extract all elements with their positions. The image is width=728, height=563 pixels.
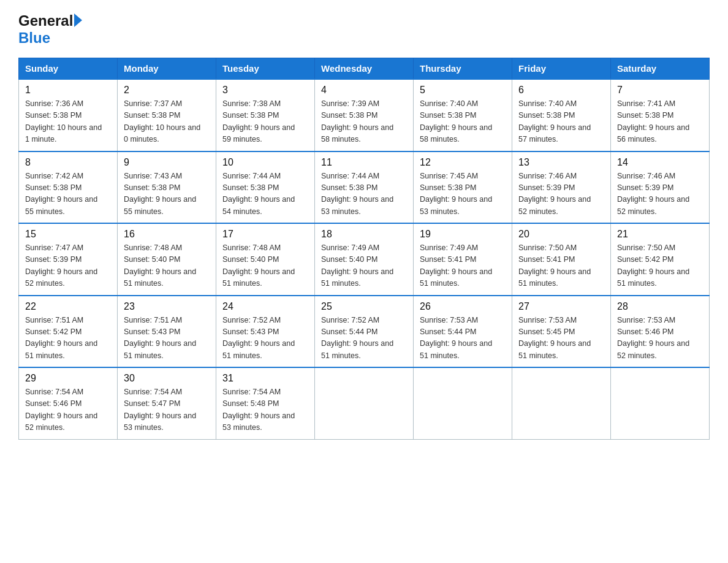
day-info: Sunrise: 7:36 AMSunset: 5:38 PMDaylight:… <box>25 98 111 146</box>
day-number: 2 <box>124 85 210 96</box>
day-cell: 20Sunrise: 7:50 AMSunset: 5:41 PMDayligh… <box>512 223 611 296</box>
day-info: Sunrise: 7:40 AMSunset: 5:38 PMDaylight:… <box>420 98 506 146</box>
day-number: 22 <box>25 301 111 312</box>
day-cell: 1Sunrise: 7:36 AMSunset: 5:38 PMDaylight… <box>19 79 118 151</box>
day-number: 15 <box>25 229 111 240</box>
week-row-3: 15Sunrise: 7:47 AMSunset: 5:39 PMDayligh… <box>19 223 710 296</box>
calendar-table: SundayMondayTuesdayWednesdayThursdayFrid… <box>18 58 710 440</box>
header-cell-tuesday: Tuesday <box>216 58 315 80</box>
day-info: Sunrise: 7:48 AMSunset: 5:40 PMDaylight:… <box>124 242 210 290</box>
week-row-1: 1Sunrise: 7:36 AMSunset: 5:38 PMDaylight… <box>19 79 710 151</box>
day-info: Sunrise: 7:50 AMSunset: 5:41 PMDaylight:… <box>518 242 604 290</box>
day-cell: 11Sunrise: 7:44 AMSunset: 5:38 PMDayligh… <box>315 151 414 224</box>
day-cell: 12Sunrise: 7:45 AMSunset: 5:38 PMDayligh… <box>414 151 512 224</box>
day-cell: 26Sunrise: 7:53 AMSunset: 5:44 PMDayligh… <box>414 296 512 368</box>
day-cell: 31Sunrise: 7:54 AMSunset: 5:48 PMDayligh… <box>216 367 315 439</box>
day-number: 30 <box>124 373 210 384</box>
calendar-header: SundayMondayTuesdayWednesdayThursdayFrid… <box>19 58 710 80</box>
header-cell-thursday: Thursday <box>414 58 512 80</box>
day-cell: 16Sunrise: 7:48 AMSunset: 5:40 PMDayligh… <box>118 223 216 296</box>
logo-arrow-icon <box>74 13 82 27</box>
day-number: 27 <box>518 301 604 312</box>
day-info: Sunrise: 7:43 AMSunset: 5:38 PMDaylight:… <box>124 170 210 218</box>
day-number: 8 <box>25 157 111 168</box>
day-cell: 14Sunrise: 7:46 AMSunset: 5:39 PMDayligh… <box>611 151 710 224</box>
day-cell: 19Sunrise: 7:49 AMSunset: 5:41 PMDayligh… <box>414 223 512 296</box>
day-number: 7 <box>617 85 703 96</box>
day-info: Sunrise: 7:53 AMSunset: 5:44 PMDaylight:… <box>420 315 506 362</box>
day-cell <box>512 367 611 439</box>
day-cell: 24Sunrise: 7:52 AMSunset: 5:43 PMDayligh… <box>216 296 315 368</box>
day-cell <box>315 367 414 439</box>
day-number: 11 <box>321 157 407 168</box>
logo-general-text: General <box>18 12 73 29</box>
day-cell: 8Sunrise: 7:42 AMSunset: 5:38 PMDaylight… <box>19 151 118 224</box>
day-info: Sunrise: 7:37 AMSunset: 5:38 PMDaylight:… <box>124 98 210 146</box>
day-info: Sunrise: 7:50 AMSunset: 5:42 PMDaylight:… <box>617 242 703 290</box>
day-cell: 30Sunrise: 7:54 AMSunset: 5:47 PMDayligh… <box>118 367 216 439</box>
day-number: 19 <box>420 229 506 240</box>
day-number: 21 <box>617 229 703 240</box>
day-cell: 22Sunrise: 7:51 AMSunset: 5:42 PMDayligh… <box>19 296 118 368</box>
day-cell: 23Sunrise: 7:51 AMSunset: 5:43 PMDayligh… <box>118 296 216 368</box>
day-number: 28 <box>617 301 703 312</box>
day-info: Sunrise: 7:54 AMSunset: 5:46 PMDaylight:… <box>25 386 111 434</box>
day-cell: 17Sunrise: 7:48 AMSunset: 5:40 PMDayligh… <box>216 223 315 296</box>
day-info: Sunrise: 7:54 AMSunset: 5:48 PMDaylight:… <box>222 386 308 434</box>
day-number: 6 <box>518 85 604 96</box>
day-number: 10 <box>222 157 308 168</box>
day-number: 31 <box>222 373 308 384</box>
day-number: 14 <box>617 157 703 168</box>
day-number: 16 <box>124 229 210 240</box>
day-number: 4 <box>321 85 407 96</box>
day-number: 29 <box>25 373 111 384</box>
week-row-4: 22Sunrise: 7:51 AMSunset: 5:42 PMDayligh… <box>19 296 710 368</box>
day-number: 5 <box>420 85 506 96</box>
day-cell: 6Sunrise: 7:40 AMSunset: 5:38 PMDaylight… <box>512 79 611 151</box>
day-number: 1 <box>25 85 111 96</box>
day-number: 18 <box>321 229 407 240</box>
day-cell: 3Sunrise: 7:38 AMSunset: 5:38 PMDaylight… <box>216 79 315 151</box>
day-cell: 9Sunrise: 7:43 AMSunset: 5:38 PMDaylight… <box>118 151 216 224</box>
day-info: Sunrise: 7:38 AMSunset: 5:38 PMDaylight:… <box>222 98 308 146</box>
day-number: 24 <box>222 301 308 312</box>
day-info: Sunrise: 7:47 AMSunset: 5:39 PMDaylight:… <box>25 242 111 290</box>
day-cell: 18Sunrise: 7:49 AMSunset: 5:40 PMDayligh… <box>315 223 414 296</box>
day-cell: 13Sunrise: 7:46 AMSunset: 5:39 PMDayligh… <box>512 151 611 224</box>
day-cell: 2Sunrise: 7:37 AMSunset: 5:38 PMDaylight… <box>118 79 216 151</box>
header-cell-wednesday: Wednesday <box>315 58 414 80</box>
day-info: Sunrise: 7:46 AMSunset: 5:39 PMDaylight:… <box>518 170 604 218</box>
day-cell <box>611 367 710 439</box>
day-info: Sunrise: 7:49 AMSunset: 5:41 PMDaylight:… <box>420 242 506 290</box>
day-number: 13 <box>518 157 604 168</box>
day-info: Sunrise: 7:44 AMSunset: 5:38 PMDaylight:… <box>222 170 308 218</box>
day-cell: 25Sunrise: 7:52 AMSunset: 5:44 PMDayligh… <box>315 296 414 368</box>
day-cell: 29Sunrise: 7:54 AMSunset: 5:46 PMDayligh… <box>19 367 118 439</box>
header-cell-sunday: Sunday <box>19 58 118 80</box>
header-row: SundayMondayTuesdayWednesdayThursdayFrid… <box>19 58 710 80</box>
day-number: 20 <box>518 229 604 240</box>
day-info: Sunrise: 7:40 AMSunset: 5:38 PMDaylight:… <box>518 98 604 146</box>
day-number: 9 <box>124 157 210 168</box>
header-cell-saturday: Saturday <box>611 58 710 80</box>
header-cell-monday: Monday <box>118 58 216 80</box>
logo: General Blue <box>18 12 82 47</box>
page-header: General Blue <box>18 12 710 47</box>
day-number: 25 <box>321 301 407 312</box>
day-cell <box>414 367 512 439</box>
day-info: Sunrise: 7:53 AMSunset: 5:46 PMDaylight:… <box>617 315 703 362</box>
day-info: Sunrise: 7:49 AMSunset: 5:40 PMDaylight:… <box>321 242 407 290</box>
day-info: Sunrise: 7:44 AMSunset: 5:38 PMDaylight:… <box>321 170 407 218</box>
calendar-body: 1Sunrise: 7:36 AMSunset: 5:38 PMDaylight… <box>19 79 710 439</box>
day-info: Sunrise: 7:48 AMSunset: 5:40 PMDaylight:… <box>222 242 308 290</box>
day-number: 12 <box>420 157 506 168</box>
day-cell: 27Sunrise: 7:53 AMSunset: 5:45 PMDayligh… <box>512 296 611 368</box>
day-info: Sunrise: 7:53 AMSunset: 5:45 PMDaylight:… <box>518 315 604 362</box>
header-cell-friday: Friday <box>512 58 611 80</box>
day-info: Sunrise: 7:42 AMSunset: 5:38 PMDaylight:… <box>25 170 111 218</box>
day-info: Sunrise: 7:45 AMSunset: 5:38 PMDaylight:… <box>420 170 506 218</box>
day-cell: 21Sunrise: 7:50 AMSunset: 5:42 PMDayligh… <box>611 223 710 296</box>
day-cell: 4Sunrise: 7:39 AMSunset: 5:38 PMDaylight… <box>315 79 414 151</box>
day-info: Sunrise: 7:41 AMSunset: 5:38 PMDaylight:… <box>617 98 703 146</box>
day-info: Sunrise: 7:39 AMSunset: 5:38 PMDaylight:… <box>321 98 407 146</box>
